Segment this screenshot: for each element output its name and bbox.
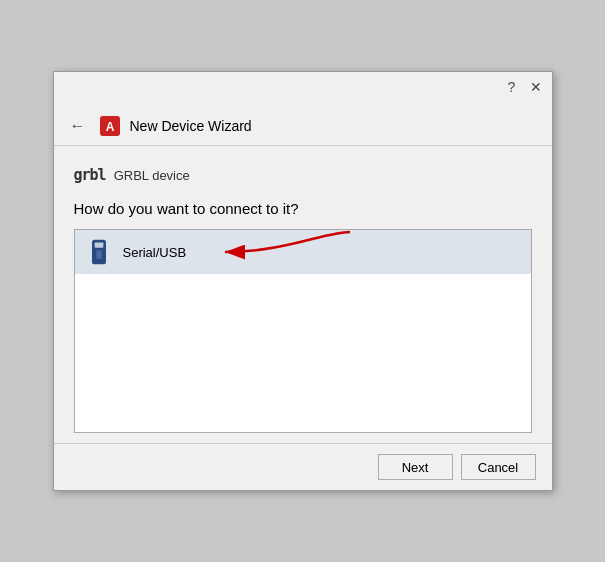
connection-list: Serial/USB bbox=[74, 229, 532, 433]
wizard-title: New Device Wizard bbox=[130, 118, 252, 134]
new-device-wizard-dialog: ? ✕ ← A New Device Wizard grbl GRBL devi… bbox=[53, 71, 553, 491]
usb-icon bbox=[85, 238, 113, 266]
help-button[interactable]: ? bbox=[504, 79, 520, 95]
back-button[interactable]: ← bbox=[70, 117, 86, 135]
cancel-button[interactable]: Cancel bbox=[461, 454, 536, 480]
serial-usb-label: Serial/USB bbox=[123, 245, 187, 260]
svg-rect-3 bbox=[94, 242, 103, 247]
device-label: grbl GRBL device bbox=[74, 166, 532, 184]
dialog-footer: Next Cancel bbox=[54, 443, 552, 490]
connection-question: How do you want to connect to it? bbox=[74, 200, 532, 217]
grbl-logo: grbl bbox=[74, 166, 106, 184]
wizard-icon: A bbox=[98, 114, 122, 138]
dialog-content: grbl GRBL device How do you want to conn… bbox=[54, 146, 552, 443]
wizard-header: ← A New Device Wizard bbox=[54, 102, 552, 146]
svg-text:A: A bbox=[105, 120, 114, 134]
svg-rect-4 bbox=[96, 250, 101, 259]
title-bar-controls: ? ✕ bbox=[504, 79, 544, 95]
title-bar: ? ✕ bbox=[54, 72, 552, 102]
next-button[interactable]: Next bbox=[378, 454, 453, 480]
svg-rect-5 bbox=[93, 261, 104, 264]
device-name-label: GRBL device bbox=[114, 168, 190, 183]
annotation-arrow bbox=[195, 229, 355, 272]
serial-usb-option[interactable]: Serial/USB bbox=[75, 230, 531, 274]
close-button[interactable]: ✕ bbox=[528, 79, 544, 95]
